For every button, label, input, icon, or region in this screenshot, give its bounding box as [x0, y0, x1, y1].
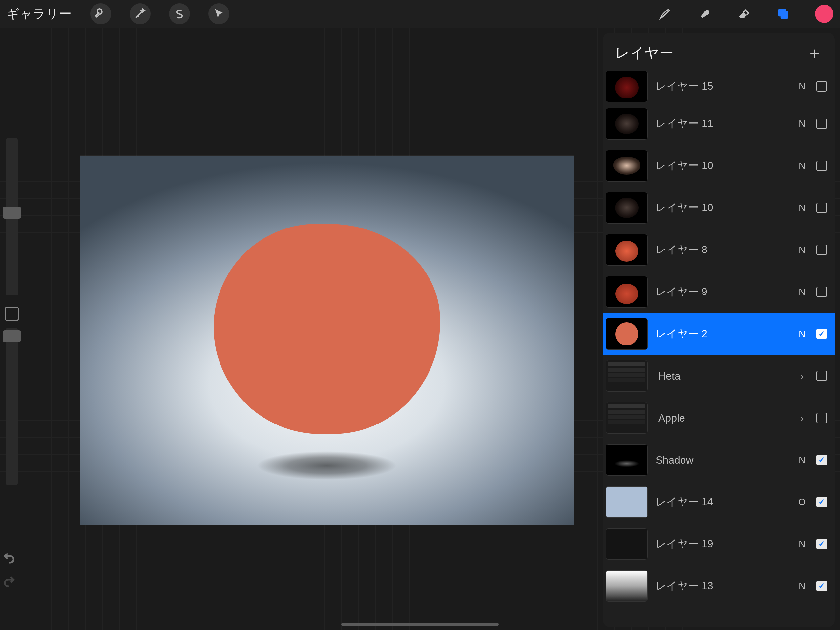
layer-label: Apple [658, 412, 788, 424]
gallery-button[interactable]: ギャラリー [6, 6, 72, 22]
magic-wand-icon [133, 6, 148, 21]
layer-thumbnail[interactable] [606, 234, 648, 266]
slider-thumb[interactable] [3, 207, 21, 218]
layer-row[interactable]: レイヤー 10N [603, 187, 835, 229]
layer-blend-mode[interactable]: N [795, 81, 808, 92]
layer-thumbnail[interactable] [606, 108, 648, 139]
layer-visibility-checkbox[interactable] [816, 539, 827, 549]
artboard[interactable] [80, 156, 573, 525]
layer-blend-mode[interactable]: N [795, 119, 808, 129]
layer-thumbnail[interactable] [606, 402, 648, 434]
layers-panel: レイヤー ＋ レイヤー 15Nレイヤー 11Nレイヤー 10Nレイヤー 10Nレ… [603, 33, 835, 627]
layer-label: レイヤー 8 [655, 242, 788, 257]
layer-label: レイヤー 19 [655, 537, 788, 551]
layer-thumbnail[interactable] [606, 71, 648, 102]
layer-row[interactable]: ShadowN [603, 439, 835, 481]
layer-group-row[interactable]: Heta› [603, 355, 835, 397]
add-layer-button[interactable]: ＋ [807, 42, 823, 64]
layer-blend-mode[interactable]: N [795, 203, 808, 213]
layer-visibility-checkbox[interactable] [816, 581, 827, 591]
layers-panel-title: レイヤー [615, 43, 674, 63]
slider-thumb[interactable] [3, 330, 21, 342]
chevron-right-icon[interactable]: › [795, 370, 808, 383]
layer-visibility-checkbox[interactable] [816, 455, 827, 465]
canvas-shadow-shape [230, 446, 424, 485]
undo-redo-group [3, 551, 18, 590]
layer-blend-mode[interactable]: N [795, 287, 808, 297]
layer-row[interactable]: レイヤー 14O [603, 481, 835, 523]
layer-blend-mode[interactable]: N [795, 539, 808, 549]
layer-thumbnail[interactable] [606, 570, 648, 602]
top-toolbar: ギャラリー [0, 0, 840, 28]
layer-label: Shadow [655, 454, 788, 466]
brush-size-slider[interactable] [6, 138, 18, 296]
layer-visibility-checkbox[interactable] [816, 287, 827, 297]
layer-row[interactable]: レイヤー 2N [603, 313, 835, 355]
smudge-tool-button[interactable] [697, 6, 712, 21]
layer-thumbnail[interactable] [606, 486, 648, 518]
layer-blend-mode[interactable]: N [795, 581, 808, 591]
brush-tool-button[interactable] [658, 6, 673, 21]
layer-thumbnail[interactable] [606, 318, 648, 350]
transform-button[interactable] [208, 3, 229, 24]
layer-thumbnail[interactable] [606, 276, 648, 308]
layer-blend-mode[interactable]: N [795, 329, 808, 339]
layer-label: レイヤー 10 [655, 201, 788, 215]
home-indicator[interactable] [341, 623, 499, 626]
layer-visibility-checkbox[interactable] [816, 160, 827, 171]
layer-visibility-checkbox[interactable] [816, 81, 827, 92]
layer-visibility-checkbox[interactable] [816, 203, 827, 213]
layer-visibility-checkbox[interactable] [816, 497, 827, 507]
selection-s-icon [172, 6, 187, 21]
brush-opacity-slider[interactable] [6, 328, 18, 485]
undo-button[interactable] [3, 551, 18, 567]
modify-button[interactable] [5, 307, 19, 321]
selection-button[interactable] [169, 3, 190, 24]
adjustments-button[interactable] [129, 3, 151, 24]
layer-thumbnail[interactable] [606, 444, 648, 476]
left-sidebar [0, 138, 24, 492]
layer-visibility-checkbox[interactable] [816, 413, 827, 423]
svg-rect-1 [781, 11, 788, 19]
layers-button[interactable] [776, 6, 791, 21]
eraser-tool-button[interactable] [736, 6, 752, 21]
layer-label: レイヤー 15 [655, 79, 788, 93]
layer-blend-mode[interactable]: N [795, 245, 808, 255]
canvas-apple-shape [214, 224, 440, 434]
layer-label: レイヤー 9 [655, 285, 788, 299]
actions-button[interactable] [90, 3, 111, 24]
layers-list[interactable]: レイヤー 15Nレイヤー 11Nレイヤー 10Nレイヤー 10Nレイヤー 8Nレ… [603, 70, 835, 627]
chevron-right-icon[interactable]: › [795, 412, 808, 424]
layer-visibility-checkbox[interactable] [816, 119, 827, 129]
layer-row[interactable]: レイヤー 15N [603, 70, 835, 103]
layer-label: レイヤー 2 [655, 327, 788, 341]
layer-visibility-checkbox[interactable] [816, 370, 827, 381]
layer-blend-mode[interactable]: O [795, 497, 808, 507]
layer-row[interactable]: レイヤー 13N [603, 565, 835, 607]
layer-row[interactable]: レイヤー 11N [603, 103, 835, 145]
layer-label: レイヤー 11 [655, 117, 788, 131]
layer-row[interactable]: レイヤー 10N [603, 145, 835, 187]
layer-row[interactable]: レイヤー 8N [603, 229, 835, 271]
layer-blend-mode[interactable]: N [795, 455, 808, 465]
layer-thumbnail[interactable] [606, 360, 648, 392]
wrench-icon [93, 6, 108, 21]
layer-blend-mode[interactable]: N [795, 160, 808, 171]
layer-label: レイヤー 13 [655, 579, 788, 593]
layer-group-row[interactable]: Apple› [603, 397, 835, 439]
layer-row[interactable]: レイヤー 9N [603, 271, 835, 313]
layer-label: レイヤー 14 [655, 495, 788, 509]
layer-row[interactable]: レイヤー 19N [603, 523, 835, 565]
layer-label: レイヤー 10 [655, 158, 788, 173]
layer-label: Heta [658, 370, 788, 382]
layer-thumbnail[interactable] [606, 528, 648, 560]
layer-visibility-checkbox[interactable] [816, 329, 827, 339]
color-picker-button[interactable] [815, 5, 834, 23]
redo-button[interactable] [3, 575, 18, 590]
layer-thumbnail[interactable] [606, 192, 648, 223]
layer-thumbnail[interactable] [606, 150, 648, 182]
layer-visibility-checkbox[interactable] [816, 245, 827, 255]
arrow-cursor-icon [211, 6, 226, 21]
